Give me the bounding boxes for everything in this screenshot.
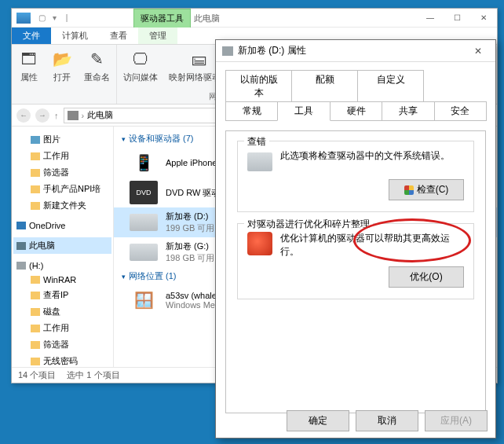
- ribbon-properties[interactable]: 🗔属性: [18, 48, 40, 83]
- titlebar: ▢ ▾ | — ☐ ✕: [12, 9, 497, 28]
- optimize-group: 对驱动器进行优化和碎片整理 优化计算机的驱动器可以帮助其更高效运行。 优化(O): [237, 223, 474, 299]
- cancel-button[interactable]: 取消: [356, 410, 418, 431]
- shield-icon: [404, 185, 414, 195]
- tab-general[interactable]: 常规: [225, 101, 278, 121]
- context-title: 此电脑: [188, 9, 226, 28]
- tree-node[interactable]: 筛选器: [13, 336, 111, 353]
- tree-node[interactable]: 工作用: [13, 148, 111, 164]
- tab-security[interactable]: 安全: [434, 101, 487, 121]
- pc-icon: [68, 111, 79, 120]
- close-button[interactable]: ✕: [470, 9, 497, 27]
- tree-node[interactable]: 手机产品NPI培: [13, 181, 111, 197]
- nav-back[interactable]: ←: [16, 108, 31, 123]
- drive-icon: [222, 46, 233, 56]
- tab-quota[interactable]: 配额: [291, 70, 358, 102]
- breadcrumb-text: 此电脑: [87, 109, 113, 121]
- nav-up[interactable]: ↑: [54, 111, 59, 120]
- group-legend: 查错: [244, 135, 269, 149]
- tree-node-onedrive[interactable]: OneDrive: [13, 218, 111, 233]
- drive-icon: [247, 152, 272, 171]
- tab-tools[interactable]: 工具: [277, 101, 330, 121]
- status-selection: 选中 1 个项目: [67, 369, 119, 381]
- tab-previous-versions[interactable]: 以前的版本: [225, 70, 292, 102]
- status-count: 14 个项目: [18, 369, 56, 381]
- optimize-icon: [247, 232, 272, 255]
- tab-computer[interactable]: 计算机: [51, 28, 99, 44]
- tree-node[interactable]: 磁盘: [13, 303, 111, 320]
- ribbon-rename[interactable]: ✎重命名: [84, 48, 110, 83]
- minimize-button[interactable]: —: [417, 9, 444, 27]
- ribbon-open[interactable]: 📂打开: [51, 48, 73, 83]
- tree-node[interactable]: 无线密码: [13, 353, 111, 367]
- properties-dialog: 新加卷 (D:) 属性 ✕ 以前的版本 配额 自定义 常规 工具 硬件 共享 安…: [215, 39, 496, 438]
- group-description: 优化计算机的驱动器可以帮助其更高效运行。: [280, 232, 464, 259]
- tree-node[interactable]: (H:): [13, 259, 111, 273]
- tab-view[interactable]: 查看: [99, 28, 138, 44]
- ok-button[interactable]: 确定: [287, 410, 349, 431]
- qat-divider: |: [62, 13, 71, 23]
- qat-item[interactable]: ▾: [49, 13, 59, 23]
- group-description: 此选项将检查驱动器中的文件系统错误。: [280, 149, 464, 163]
- tree-node[interactable]: 工作用: [13, 320, 111, 336]
- tab-customize[interactable]: 自定义: [357, 70, 424, 102]
- dialog-title: 新加卷 (D:) 属性: [238, 44, 306, 57]
- dialog-titlebar: 新加卷 (D:) 属性 ✕: [216, 40, 495, 62]
- tab-sharing[interactable]: 共享: [382, 101, 434, 121]
- tree-node[interactable]: 查看IP: [13, 287, 111, 303]
- tab-control: 以前的版本 配额 自定义 常规 工具 硬件 共享 安全: [225, 70, 486, 121]
- check-button[interactable]: 检查(C): [389, 179, 464, 200]
- optimize-button[interactable]: 优化(O): [389, 266, 464, 288]
- app-icon: [16, 13, 31, 24]
- close-button[interactable]: ✕: [467, 43, 489, 59]
- tree-node[interactable]: 新建文件夹: [13, 197, 111, 214]
- tab-pane-tools: 查错 此选项将检查驱动器中的文件系统错误。 检查(C) 对驱动器进行优化和碎片整…: [225, 130, 486, 413]
- dialog-actions: 确定 取消 应用(A): [287, 410, 488, 431]
- tree-node[interactable]: WinRAR: [13, 273, 111, 287]
- tree-node[interactable]: 图片: [13, 131, 111, 148]
- tree-node-thispc[interactable]: 此电脑: [13, 237, 111, 254]
- tab-manage[interactable]: 管理: [138, 28, 177, 44]
- maximize-button[interactable]: ☐: [444, 9, 470, 27]
- apply-button[interactable]: 应用(A): [425, 410, 488, 431]
- context-tab[interactable]: 驱动器工具: [133, 9, 191, 28]
- group-legend: 对驱动器进行优化和碎片整理: [244, 218, 373, 231]
- nav-forward[interactable]: →: [35, 108, 49, 123]
- tab-file[interactable]: 文件: [12, 28, 51, 44]
- tab-hardware[interactable]: 硬件: [330, 101, 382, 121]
- ribbon-media[interactable]: 🖵访问媒体: [123, 48, 158, 83]
- nav-tree[interactable]: 图片 工作用 筛选器 手机产品NPI培 新建文件夹 OneDrive 此电脑 (…: [12, 127, 114, 367]
- error-checking-group: 查错 此选项将检查驱动器中的文件系统错误。 检查(C): [237, 141, 474, 212]
- tree-node[interactable]: 筛选器: [13, 164, 111, 181]
- qat-item[interactable]: ▢: [37, 13, 46, 23]
